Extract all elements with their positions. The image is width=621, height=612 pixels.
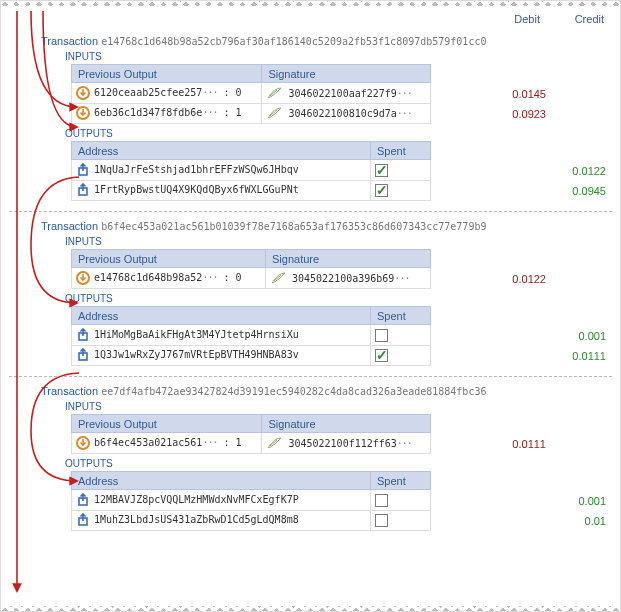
debit-header: Debit bbox=[496, 13, 540, 25]
credit-column: 0.0010.0111 bbox=[552, 306, 612, 366]
spent-checkbox bbox=[375, 184, 388, 197]
debit-column: 0.0111 bbox=[492, 414, 552, 454]
debit-amount: 0.0111 bbox=[492, 434, 552, 454]
input-icon bbox=[76, 436, 94, 448]
transaction-block: Transaction e14768c1d648b98a52cb796af30a… bbox=[1, 27, 620, 211]
spent-header: Spent bbox=[371, 307, 431, 325]
inputs-table: Previous OutputSignaturee14768c1d648b98a… bbox=[71, 249, 431, 289]
signature-cell: 3045022100a396b69··· bbox=[266, 268, 431, 289]
output-icon bbox=[76, 348, 94, 360]
inputs-label: INPUTS bbox=[65, 51, 612, 62]
feather-icon bbox=[266, 436, 282, 450]
spent-cell bbox=[371, 180, 431, 200]
output-row: 1FrtRypBwstUQ4X9KQdQByx6fWXLGGuPNt bbox=[72, 180, 431, 200]
input-row: 6120ceaab25cfee257··· : 03046022100aaf22… bbox=[72, 83, 431, 103]
totals-header: Debit Credit bbox=[1, 9, 620, 27]
credit-header: Credit bbox=[560, 13, 604, 25]
spent-checkbox bbox=[375, 164, 388, 177]
inputs-row: Previous OutputSignatureb6f4ec453a021ac5… bbox=[71, 414, 612, 454]
prev-output-cell: e14768c1d648b98a52··· : 0 bbox=[72, 268, 266, 289]
tx-hash: b6f4ec453a021ac561b01039f78e7168a653af17… bbox=[101, 221, 486, 232]
torn-edge-top bbox=[1, 0, 620, 6]
tx-label: Transaction bbox=[41, 385, 98, 397]
credit-amount: 0.0945 bbox=[552, 181, 612, 201]
spent-header: Spent bbox=[371, 142, 431, 160]
spent-checkbox bbox=[375, 329, 388, 342]
signature-header: Signature bbox=[266, 250, 431, 268]
credit-amount: 0.001 bbox=[552, 326, 612, 346]
feather-icon bbox=[266, 86, 282, 100]
debit-column: 0.0122 bbox=[492, 249, 552, 289]
tx-title: Transaction b6f4ec453a021ac561b01039f78e… bbox=[41, 220, 612, 232]
spent-cell bbox=[371, 325, 431, 345]
tx-hash: ee7df4afb472ae93427824d39191ec5940282c4d… bbox=[101, 386, 486, 397]
address-cell: 12MBAVJZ8pcVQQLMzHMWdxNvMFCxEgfK7P bbox=[72, 490, 371, 510]
output-icon bbox=[76, 513, 94, 525]
inputs-label: INPUTS bbox=[65, 401, 612, 412]
torn-edge-bottom bbox=[1, 606, 620, 612]
inputs-label: INPUTS bbox=[65, 236, 612, 247]
tx-hash: e14768c1d648b98a52cb796af30af186140c5209… bbox=[101, 36, 486, 47]
tx-label: Transaction bbox=[41, 35, 98, 47]
outputs-table: AddressSpent1NqUaJrFeStshjad1bhrEFFzWSQw… bbox=[71, 141, 431, 201]
inputs-row: Previous OutputSignaturee14768c1d648b98a… bbox=[71, 249, 612, 289]
input-icon bbox=[76, 86, 94, 98]
address-header: Address bbox=[72, 142, 371, 160]
output-row: 1MuhZ3LbdJsUS431aZbRwD1Cd5gLdQM8m8 bbox=[72, 510, 431, 530]
feather-icon bbox=[270, 271, 286, 285]
address-cell: 1HiMoMgBaAikFHgAt3M4YJtetp4HrnsiXu bbox=[72, 325, 371, 345]
signature-cell: 3046022100810c9d7a··· bbox=[262, 103, 431, 123]
debit-column: 0.01450.0923 bbox=[492, 64, 552, 124]
credit-column: 0.0010.01 bbox=[552, 471, 612, 531]
input-row: b6f4ec453a021ac561··· : 13045022100f112f… bbox=[72, 433, 431, 454]
input-row: 6eb36c1d347f8fdb6e··· : 13046022100810c9… bbox=[72, 103, 431, 123]
outputs-row: AddressSpent1HiMoMgBaAikFHgAt3M4YJtetp4H… bbox=[71, 306, 612, 366]
inputs-row: Previous OutputSignature6120ceaab25cfee2… bbox=[71, 64, 612, 124]
output-row: 1HiMoMgBaAikFHgAt3M4YJtetp4HrnsiXu bbox=[72, 325, 431, 345]
prev-output-cell: 6eb36c1d347f8fdb6e··· : 1 bbox=[72, 103, 262, 123]
outputs-label: OUTPUTS bbox=[65, 293, 612, 304]
credit-amount: 0.001 bbox=[552, 491, 612, 511]
prev-output-header: Previous Output bbox=[72, 250, 266, 268]
tx-label: Transaction bbox=[41, 220, 98, 232]
spent-cell bbox=[371, 490, 431, 510]
transaction-block: Transaction ee7df4afb472ae93427824d39191… bbox=[1, 377, 620, 541]
output-icon bbox=[76, 493, 94, 505]
output-icon bbox=[76, 328, 94, 340]
spent-cell bbox=[371, 345, 431, 365]
debit-amount: 0.0122 bbox=[492, 269, 552, 289]
inputs-table: Previous OutputSignature6120ceaab25cfee2… bbox=[71, 64, 431, 124]
signature-cell: 3045022100f112ff63··· bbox=[262, 433, 431, 454]
output-row: 12MBAVJZ8pcVQQLMzHMWdxNvMFCxEgfK7P bbox=[72, 490, 431, 510]
output-icon bbox=[76, 163, 94, 175]
prev-output-cell: b6f4ec453a021ac561··· : 1 bbox=[72, 433, 262, 454]
inputs-table: Previous OutputSignatureb6f4ec453a021ac5… bbox=[71, 414, 431, 454]
address-cell: 1MuhZ3LbdJsUS431aZbRwD1Cd5gLdQM8m8 bbox=[72, 510, 371, 530]
spent-cell bbox=[371, 160, 431, 180]
input-row: e14768c1d648b98a52··· : 03045022100a396b… bbox=[72, 268, 431, 289]
output-icon bbox=[76, 183, 94, 195]
outputs-row: AddressSpent12MBAVJZ8pcVQQLMzHMWdxNvMFCx… bbox=[71, 471, 612, 531]
input-icon bbox=[76, 106, 94, 118]
debit-amount: 0.0923 bbox=[492, 104, 552, 124]
credit-amount: 0.0122 bbox=[552, 161, 612, 181]
address-cell: 1NqUaJrFeStshjad1bhrEFFzWSQw6JHbqv bbox=[72, 160, 371, 180]
spent-cell bbox=[371, 510, 431, 530]
outputs-label: OUTPUTS bbox=[65, 458, 612, 469]
signature-header: Signature bbox=[262, 65, 431, 83]
spent-checkbox bbox=[375, 494, 388, 507]
outputs-table: AddressSpent12MBAVJZ8pcVQQLMzHMWdxNvMFCx… bbox=[71, 471, 431, 531]
transaction-block: Transaction b6f4ec453a021ac561b01039f78e… bbox=[1, 212, 620, 376]
outputs-label: OUTPUTS bbox=[65, 128, 612, 139]
debit-amount: 0.0145 bbox=[492, 84, 552, 104]
tx-title: Transaction e14768c1d648b98a52cb796af30a… bbox=[41, 35, 612, 47]
output-row: 1NqUaJrFeStshjad1bhrEFFzWSQw6JHbqv bbox=[72, 160, 431, 180]
outputs-table: AddressSpent1HiMoMgBaAikFHgAt3M4YJtetp4H… bbox=[71, 306, 431, 366]
address-cell: 1FrtRypBwstUQ4X9KQdQByx6fWXLGGuPNt bbox=[72, 180, 371, 200]
address-header: Address bbox=[72, 472, 371, 490]
credit-column: 0.01220.0945 bbox=[552, 141, 612, 201]
signature-cell: 3046022100aaf227f9··· bbox=[262, 83, 431, 103]
credit-amount: 0.01 bbox=[552, 511, 612, 531]
spent-checkbox bbox=[375, 514, 388, 527]
signature-header: Signature bbox=[262, 415, 431, 433]
